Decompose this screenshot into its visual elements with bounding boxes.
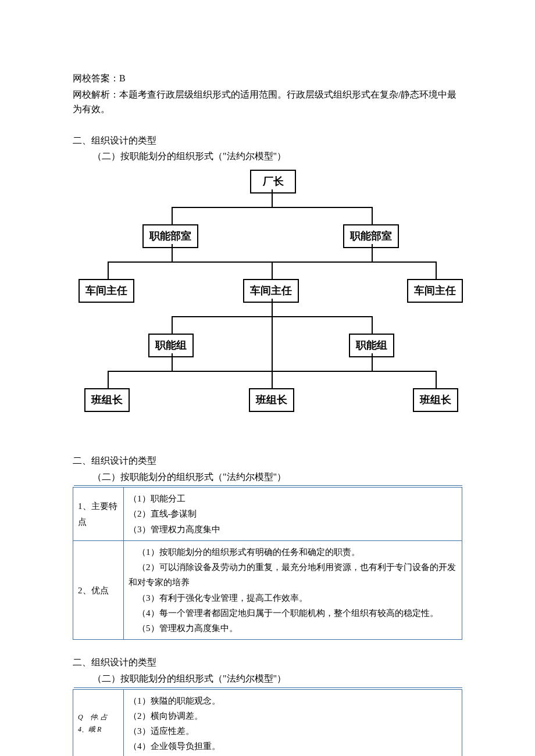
feature-item-2: （2）直线-参谋制: [129, 506, 457, 521]
disadvantage-item-4: （4）企业领导负担重。: [129, 739, 457, 754]
advantage-item-2: （2）可以消除设备及劳动力的重复，最充分地利用资源，也有利于专门设备的开发和对专…: [129, 560, 457, 590]
subsection-title-3: （二）按职能划分的组织形式（"法约尔模型"）: [74, 671, 462, 688]
node-workshop-b: 车间主任: [243, 279, 299, 303]
disadvantage-item-3: （3）适应性差。: [129, 723, 457, 739]
analysis-line: 网校解析：本题考查行政层级组织形式的适用范围。行政层级式组织形式在复杂/静态环境…: [73, 87, 462, 117]
disadvantage-item-1: （1）狭隘的职能观念。: [129, 693, 457, 708]
advantage-item-1: （1）按职能划分的组织形式有明确的任务和确定的职责。: [129, 544, 457, 560]
section-title-3: 二、组织设计的类型: [73, 655, 462, 670]
disadv-label-a: Q 仲. 占: [78, 711, 119, 723]
feature-item-1: （1）职能分工: [129, 491, 457, 506]
row-label-advantages: 2、优点: [73, 540, 124, 640]
org-chart: 厂长 职能部室 职能部室 车间主任 车间主任 车间主任 职能组 职能组: [73, 170, 480, 449]
answer-line: 网校答案：B: [73, 71, 462, 86]
node-dept-a: 职能部室: [142, 224, 198, 248]
table-row: 1、主要特点 （1）职能分工 （2）直线-参谋制 （3）管理权力高度集中: [73, 488, 462, 541]
row-content-features: （1）职能分工 （2）直线-参谋制 （3）管理权力高度集中: [124, 488, 462, 541]
disadvantages-table: Q 仲. 占 4、峨 R （1）狭隘的职能观念。 （2）横向协调差。 （3）适应…: [73, 689, 462, 756]
table-row: Q 仲. 占 4、峨 R （1）狭隘的职能观念。 （2）横向协调差。 （3）适应…: [73, 689, 462, 756]
node-func-a: 职能组: [148, 334, 194, 357]
node-workshop-c: 车间主任: [407, 279, 463, 303]
disadvantage-item-2: （2）横向协调差。: [129, 708, 457, 723]
row-label-disadvantages: Q 仲. 占 4、峨 R: [73, 689, 124, 756]
feature-item-3: （3）管理权力高度集中: [129, 522, 457, 537]
node-dept-b: 职能部室: [343, 224, 399, 248]
node-team-c: 班组长: [413, 388, 458, 412]
node-factory-head: 厂长: [250, 170, 296, 194]
row-content-advantages: （1）按职能划分的组织形式有明确的任务和确定的职责。 （2）可以消除设备及劳动力…: [124, 540, 462, 640]
subsection-title-1: （二）按职能划分的组织形式（"法约尔模型"）: [74, 149, 462, 164]
node-team-a: 班组长: [84, 388, 130, 412]
subsection-title-2: （二）按职能划分的组织形式（"法约尔模型"）: [74, 470, 462, 486]
section-title-2: 二、组织设计的类型: [73, 453, 462, 468]
advantage-item-4: （4）每一个管理者都固定地归属于一个职能机构，整个组织有较高的稳定性。: [129, 605, 457, 621]
node-workshop-a: 车间主任: [79, 279, 134, 303]
section-title-1: 二、组织设计的类型: [73, 133, 462, 148]
advantage-item-5: （5）管理权力高度集中。: [129, 621, 457, 636]
disadv-label-b: 4、峨 R: [78, 723, 119, 736]
node-team-b: 班组长: [249, 388, 294, 412]
features-advantages-table: 1、主要特点 （1）职能分工 （2）直线-参谋制 （3）管理权力高度集中 2、优…: [73, 487, 462, 640]
table-row: 2、优点 （1）按职能划分的组织形式有明确的任务和确定的职责。 （2）可以消除设…: [73, 540, 462, 640]
advantage-item-3: （3）有利于强化专业管理，提高工作效率。: [129, 590, 457, 605]
row-label-features: 1、主要特点: [73, 488, 124, 541]
row-content-disadvantages: （1）狭隘的职能观念。 （2）横向协调差。 （3）适应性差。 （4）企业领导负担…: [124, 689, 462, 756]
